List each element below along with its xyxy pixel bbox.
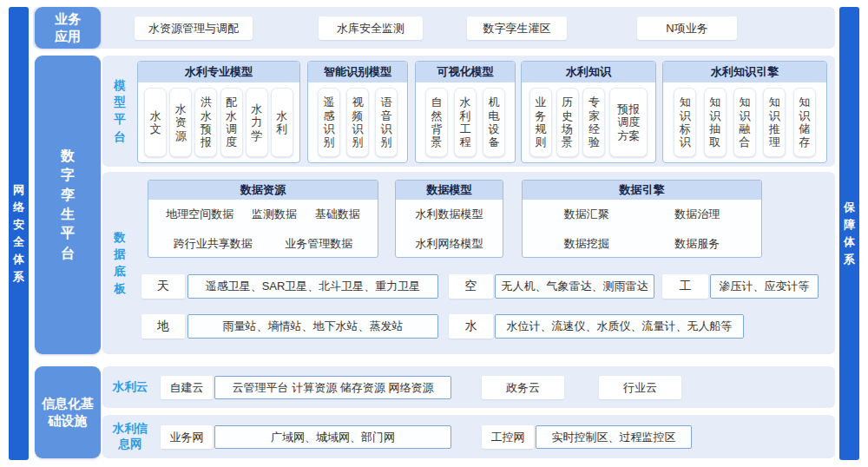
data-board-section-label: 数据底板 xyxy=(104,172,135,354)
architecture-diagram: 网络安全体系 保障体系 业务应用 水资源管理与调配 水库安全监测 数字孪生灌区 … xyxy=(0,0,868,467)
assurance-system-bar: 保障体系 xyxy=(839,7,859,460)
data-row: 地理空间数据 监测数据 基础数据 xyxy=(148,200,378,229)
model-chip: 水利工程 xyxy=(454,88,477,157)
model-chip: 配水调度 xyxy=(220,88,243,157)
industrial-control-network-items-box: 实时控制区、过程监控区 xyxy=(536,425,692,449)
sensing-label-water: 水 xyxy=(449,314,493,339)
model-chip: 遥感识别 xyxy=(318,88,340,157)
industrial-control-network-box: 工控网 xyxy=(482,425,534,449)
sensing-label-engineering: 工 xyxy=(662,274,708,299)
model-chip: 专家经验 xyxy=(582,88,605,157)
model-group-water-knowledge: 水利知识 业务规则 历史场景 专家经验 预报调度方案 xyxy=(521,61,656,163)
self-built-cloud-box: 自建云 xyxy=(161,376,213,399)
model-group-body: 业务规则 历史场景 专家经验 预报调度方案 xyxy=(522,82,655,162)
model-group-hydraulic-pro: 水利专业模型 水文 水资源 洪水预报 配水调度 水力学 水利 xyxy=(137,61,300,163)
data-group-title: 数据模型 xyxy=(396,181,503,200)
assurance-system-label: 保障体系 xyxy=(843,199,855,269)
model-group-knowledge-engine: 水利知识引擎 知识标识 知识抽取 知识融合 知识推理 知识储存 xyxy=(662,61,827,163)
sensing-value-engineering: 渗压计、应变计等 xyxy=(710,274,819,299)
data-cell: 地理空间数据 xyxy=(166,207,233,222)
sensing-label-air: 空 xyxy=(449,274,493,299)
model-chip: 知识融合 xyxy=(733,88,756,157)
model-chip: 水力学 xyxy=(246,88,268,157)
data-row: 水利网络模型 xyxy=(396,229,503,258)
business-network-box: 业务网 xyxy=(161,425,213,449)
model-chip: 自然背景 xyxy=(425,88,448,157)
data-cell: 数据服务 xyxy=(674,236,720,252)
infrastructure-title-box: 信息化基础设施 xyxy=(35,366,101,458)
model-chip: 知识储存 xyxy=(793,88,816,157)
data-cell: 监测数据 xyxy=(252,207,297,222)
industry-cloud-box: 行业云 xyxy=(599,376,681,399)
model-chip: 视频识别 xyxy=(346,88,369,157)
model-chip: 业务规则 xyxy=(529,88,552,157)
model-chip: 知识推理 xyxy=(763,88,786,157)
model-group-body: 自然背景 水利工程 机电设备 xyxy=(416,82,515,162)
data-group-title: 数据资源 xyxy=(148,181,378,200)
model-chip: 水利 xyxy=(271,88,293,157)
network-security-label: 网络安全体系 xyxy=(12,181,24,286)
model-group-title: 水利知识引擎 xyxy=(663,62,826,82)
model-group-visualization: 可视化模型 自然背景 水利工程 机电设备 xyxy=(415,61,516,163)
model-group-body: 知识标识 知识抽取 知识融合 知识推理 知识储存 xyxy=(663,82,826,162)
sensing-value-sky: 遥感卫星、SAR卫星、北斗卫星、重力卫星 xyxy=(187,274,438,299)
business-apps-title: 业务应用 xyxy=(54,10,82,46)
data-cell: 业务管理数据 xyxy=(285,236,352,252)
sensing-label-ground: 地 xyxy=(141,314,185,339)
data-cell: 数据治理 xyxy=(674,207,720,222)
self-built-cloud-items-box: 云管理平台 计算资源 储存资源 网络资源 xyxy=(214,376,451,399)
model-chip: 历史场景 xyxy=(556,88,579,157)
network-security-bar: 网络安全体系 xyxy=(9,7,29,460)
data-group-title: 数据引擎 xyxy=(523,181,761,200)
model-chip: 机电设备 xyxy=(483,88,505,157)
model-group-body: 水文 水资源 洪水预报 配水调度 水力学 水利 xyxy=(138,82,299,162)
data-cell: 数据汇聚 xyxy=(564,207,609,222)
model-chip: 水文 xyxy=(144,88,167,157)
business-network-items-box: 广域网、城域网、部门网 xyxy=(214,425,451,449)
data-group-engine: 数据引擎 数据汇聚 数据治理 数据挖掘 数据服务 xyxy=(522,180,762,258)
info-network-label: 水利信息网 xyxy=(108,415,153,458)
sensing-value-air: 无人机、气象雷达、测雨雷达 xyxy=(495,274,654,299)
model-chip: 知识标识 xyxy=(674,88,696,157)
app-chip-digital-twin-irrigation: 数字孪生灌区 xyxy=(467,16,567,40)
data-group-resources: 数据资源 地理空间数据 监测数据 基础数据 跨行业共享数据 业务管理数据 xyxy=(148,180,378,258)
sensing-label-sky: 天 xyxy=(141,274,185,299)
digital-twin-platform-bar: 数字孪生平台 xyxy=(35,56,101,354)
digital-twin-platform-label: 数字孪生平台 xyxy=(60,147,76,263)
app-chip-n-services: N项业务 xyxy=(637,16,737,40)
data-cell: 跨行业共享数据 xyxy=(174,236,253,252)
model-group-title: 智能识别模型 xyxy=(308,62,407,82)
data-row: 数据挖掘 数据服务 xyxy=(523,229,761,258)
model-group-title: 水利知识 xyxy=(522,62,655,82)
data-cell: 水利网络模型 xyxy=(416,236,483,252)
data-group-models: 数据模型 水利数据模型 水利网络模型 xyxy=(395,180,503,258)
model-group-title: 可视化模型 xyxy=(416,62,515,82)
model-chip: 预报调度方案 xyxy=(609,88,648,157)
data-row: 跨行业共享数据 业务管理数据 xyxy=(148,229,378,258)
sensing-value-ground: 雨量站、墒情站、地下水站、蒸发站 xyxy=(187,314,438,339)
government-cloud-box: 政务云 xyxy=(482,376,564,399)
infrastructure-title: 信息化基础设施 xyxy=(40,395,96,431)
model-platform-section-label: 模型平台 xyxy=(104,56,135,167)
data-cell: 基础数据 xyxy=(315,207,360,222)
data-row: 水利数据模型 xyxy=(396,200,503,229)
water-cloud-label: 水利云 xyxy=(108,366,153,408)
app-chip-water-resource-dispatch: 水资源管理与调配 xyxy=(135,16,253,40)
data-row: 数据汇聚 数据治理 xyxy=(523,200,761,229)
data-cell: 数据挖掘 xyxy=(564,236,609,252)
data-cell: 水利数据模型 xyxy=(416,207,483,222)
model-chip: 语音识别 xyxy=(375,88,398,157)
business-apps-title-box: 业务应用 xyxy=(35,7,101,49)
app-chip-reservoir-safety: 水库安全监测 xyxy=(319,16,423,40)
model-chip: 洪水预报 xyxy=(194,88,217,157)
model-group-intelligent-recognition: 智能识别模型 遥感识别 视频识别 语音识别 xyxy=(307,61,408,163)
sensing-value-water: 水位计、流速仪、水质仪、流量计、无人船等 xyxy=(495,314,744,339)
model-group-title: 水利专业模型 xyxy=(138,62,299,82)
model-chip: 水资源 xyxy=(169,88,192,157)
model-group-body: 遥感识别 视频识别 语音识别 xyxy=(308,82,407,162)
model-chip: 知识抽取 xyxy=(704,88,727,157)
